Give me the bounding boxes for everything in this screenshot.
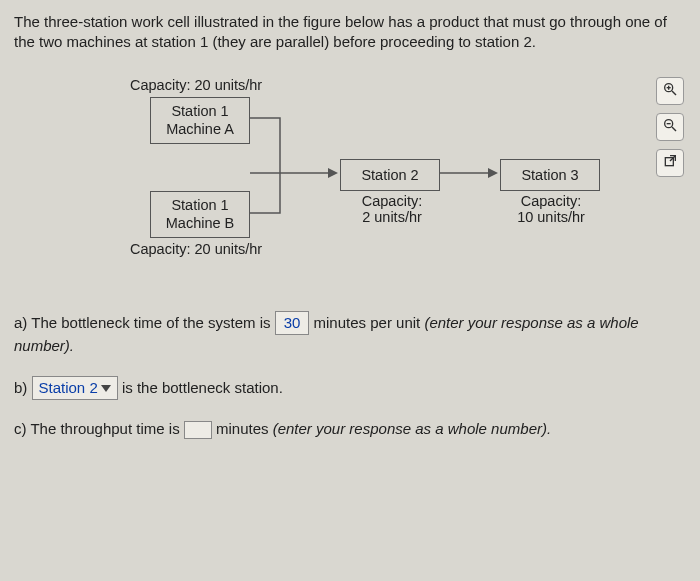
qa-text: b) bbox=[14, 379, 32, 396]
connector-lines bbox=[250, 103, 340, 223]
s2-cap-l2: 2 units/hr bbox=[352, 209, 432, 225]
s1b-line1: Station 1 bbox=[161, 196, 239, 215]
zoom-out-icon bbox=[662, 117, 678, 136]
station3-capacity: Capacity: 10 units/hr bbox=[508, 193, 594, 225]
qa-hint: (enter your response as a whole number). bbox=[273, 420, 551, 437]
qa-text: minutes bbox=[212, 420, 273, 437]
question-a: a) The bottleneck time of the system is … bbox=[14, 311, 686, 358]
svg-marker-12 bbox=[488, 168, 498, 178]
chevron-down-icon bbox=[101, 385, 111, 392]
station2-capacity: Capacity: 2 units/hr bbox=[352, 193, 432, 225]
station1-machine-b-box: Station 1 Machine B bbox=[150, 191, 250, 239]
qa-text: is the bottleneck station. bbox=[118, 379, 283, 396]
s1a-line1: Station 1 bbox=[161, 102, 239, 121]
answer-b-value: Station 2 bbox=[39, 379, 98, 396]
arrow-s2-s3 bbox=[440, 165, 500, 181]
question-b: b) Station 2 is the bottleneck station. bbox=[14, 376, 686, 401]
capacity-top-label: Capacity: 20 units/hr bbox=[130, 77, 262, 93]
station2-box: Station 2 bbox=[340, 159, 440, 192]
qa-text: a) The bottleneck time of the system is bbox=[14, 314, 275, 331]
zoom-out-button[interactable] bbox=[656, 113, 684, 141]
s3-cap-l1: Capacity: bbox=[508, 193, 594, 209]
station1-machine-a-box: Station 1 Machine A bbox=[150, 97, 250, 145]
zoom-in-icon bbox=[662, 81, 678, 100]
s1b-line2: Machine B bbox=[161, 214, 239, 233]
s1a-line2: Machine A bbox=[161, 120, 239, 139]
qa-text: c) The throughput time is bbox=[14, 420, 184, 437]
answer-c-input[interactable] bbox=[184, 421, 212, 439]
open-new-icon bbox=[662, 153, 678, 172]
s3-cap-l2: 10 units/hr bbox=[508, 209, 594, 225]
diagram-area: Capacity: 20 units/hr Station 1 Machine … bbox=[0, 71, 700, 291]
svg-marker-10 bbox=[328, 168, 338, 178]
open-new-button[interactable] bbox=[656, 149, 684, 177]
problem-intro: The three-station work cell illustrated … bbox=[0, 0, 700, 61]
svg-line-1 bbox=[672, 91, 676, 95]
svg-line-8 bbox=[670, 156, 675, 161]
diagram-tools bbox=[656, 77, 684, 177]
s2-label: Station 2 bbox=[341, 166, 439, 185]
qa-text: minutes per unit bbox=[309, 314, 424, 331]
intro-text: The three-station work cell illustrated … bbox=[14, 13, 667, 50]
question-answers: a) The bottleneck time of the system is … bbox=[0, 311, 700, 441]
svg-line-5 bbox=[672, 127, 676, 131]
answer-a-input[interactable]: 30 bbox=[275, 311, 310, 336]
answer-b-dropdown[interactable]: Station 2 bbox=[32, 376, 118, 401]
question-c: c) The throughput time is minutes (enter… bbox=[14, 418, 686, 441]
zoom-in-button[interactable] bbox=[656, 77, 684, 105]
s3-label: Station 3 bbox=[501, 166, 599, 185]
capacity-bottom-label: Capacity: 20 units/hr bbox=[130, 241, 262, 257]
s2-cap-l1: Capacity: bbox=[352, 193, 432, 209]
station3-box: Station 3 bbox=[500, 159, 600, 192]
